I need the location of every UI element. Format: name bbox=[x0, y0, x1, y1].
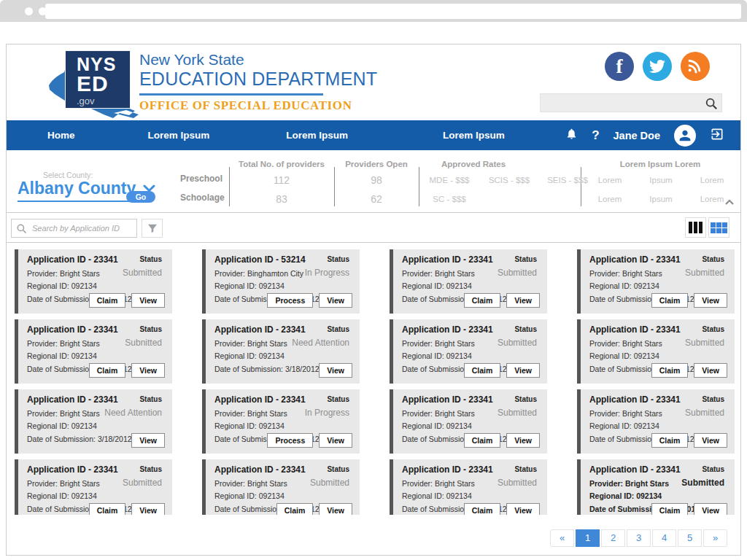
status-header: Status bbox=[702, 255, 724, 263]
status-value: Need Attention bbox=[292, 338, 349, 348]
card-buttons: ProcessView bbox=[267, 293, 352, 308]
claim-button[interactable]: Claim bbox=[464, 363, 501, 378]
site-search-input[interactable] bbox=[543, 94, 698, 112]
pagination-page-2[interactable]: 2 bbox=[601, 529, 625, 547]
claim-button[interactable]: Claim bbox=[464, 293, 501, 308]
status-value: Submitted bbox=[685, 268, 724, 278]
application-search bbox=[11, 219, 137, 238]
status-value: In Progress bbox=[305, 408, 349, 418]
application-search-input[interactable] bbox=[32, 219, 134, 237]
search-icon[interactable] bbox=[705, 97, 718, 113]
status-header: Status bbox=[702, 395, 724, 403]
status-value: Submitted bbox=[498, 268, 537, 278]
claim-button[interactable]: Claim bbox=[276, 503, 314, 515]
view-button[interactable]: View bbox=[506, 433, 540, 448]
card-buttons: ClaimView bbox=[464, 363, 540, 378]
filter-button[interactable] bbox=[142, 219, 163, 238]
regional-id: Regional ID: 092134 bbox=[589, 491, 727, 500]
view-button[interactable]: View bbox=[694, 433, 727, 448]
user-avatar[interactable] bbox=[674, 125, 696, 147]
rate-scis: SCIS - $$$ bbox=[479, 176, 539, 184]
window-button-icon[interactable] bbox=[25, 7, 33, 15]
pagination-next[interactable]: » bbox=[703, 529, 727, 547]
rss-icon[interactable] bbox=[681, 52, 710, 81]
claim-button[interactable]: Claim bbox=[651, 363, 689, 378]
total-providers-header: Total No. of providers bbox=[229, 160, 334, 168]
claim-button[interactable]: Claim bbox=[89, 503, 126, 515]
regional-id: Regional ID: 092134 bbox=[402, 281, 540, 290]
view-button[interactable]: View bbox=[131, 363, 165, 378]
process-button[interactable]: Process bbox=[267, 293, 313, 308]
view-button[interactable]: View bbox=[131, 433, 165, 448]
lorem-cell: Lorem bbox=[686, 176, 738, 184]
go-button[interactable]: Go bbox=[126, 191, 155, 203]
claim-button[interactable]: Claim bbox=[89, 293, 126, 308]
collapse-panel-chevron-up-icon[interactable] bbox=[724, 195, 735, 209]
pagination-page-3[interactable]: 3 bbox=[627, 529, 651, 547]
total-providers-schoolage: 83 bbox=[229, 193, 334, 205]
regional-id: Regional ID: 092134 bbox=[27, 491, 165, 500]
application-card: Application ID - 23341StatusProvider: Br… bbox=[15, 249, 172, 314]
grid-view-toggle[interactable] bbox=[708, 217, 729, 238]
logo-text: .gov bbox=[77, 96, 130, 106]
status-header: Status bbox=[514, 325, 537, 333]
regional-id: Regional ID: 092134 bbox=[27, 421, 165, 430]
claim-button[interactable]: Claim bbox=[651, 503, 689, 515]
pagination-page-4[interactable]: 4 bbox=[652, 529, 676, 547]
application-card: Application ID - 23341StatusProvider: Br… bbox=[577, 319, 735, 384]
stats-divider bbox=[581, 167, 581, 206]
pagination-page-5[interactable]: 5 bbox=[678, 529, 702, 547]
list-view-toggle[interactable] bbox=[685, 217, 706, 238]
view-button[interactable]: View bbox=[506, 293, 540, 308]
nysed-logo-square: NYS ED .gov bbox=[65, 50, 131, 109]
view-button[interactable]: View bbox=[131, 503, 165, 515]
pagination-page-1[interactable]: 1 bbox=[576, 529, 600, 547]
status-header: Status bbox=[327, 395, 349, 403]
claim-button[interactable]: Claim bbox=[651, 433, 689, 448]
regional-id: Regional ID: 092134 bbox=[589, 281, 727, 290]
view-button[interactable]: View bbox=[694, 363, 727, 378]
twitter-icon[interactable] bbox=[643, 52, 672, 81]
nav-item-home[interactable]: Home bbox=[47, 130, 75, 141]
regional-id: Regional ID: 092134 bbox=[214, 351, 352, 360]
view-button[interactable]: View bbox=[506, 363, 540, 378]
status-value: Submitted bbox=[498, 478, 537, 488]
pagination-prev[interactable]: « bbox=[550, 529, 574, 547]
claim-button[interactable]: Claim bbox=[89, 363, 126, 378]
view-button[interactable]: View bbox=[319, 363, 352, 378]
address-bar-input[interactable] bbox=[45, 4, 741, 19]
nav-item-lorem-2[interactable]: Lorem Ipsum bbox=[286, 130, 348, 141]
status-value: In Progress bbox=[305, 268, 349, 278]
card-buttons: ClaimView bbox=[464, 293, 540, 308]
rate-sc: SC - $$$ bbox=[420, 195, 479, 203]
claim-button[interactable]: Claim bbox=[464, 503, 501, 515]
application-card: Application ID - 23341StatusProvider: Br… bbox=[577, 249, 735, 314]
site-search bbox=[540, 93, 722, 112]
nav-item-lorem-1[interactable]: Lorem Ipsum bbox=[148, 130, 210, 141]
claim-button[interactable]: Claim bbox=[651, 293, 689, 308]
sign-out-icon[interactable] bbox=[710, 127, 724, 144]
claim-button[interactable]: Claim bbox=[464, 433, 501, 448]
view-button[interactable]: View bbox=[319, 433, 352, 448]
county-select-value[interactable]: Albany County bbox=[18, 179, 136, 198]
list-view-icon bbox=[689, 222, 703, 233]
pagination: «12345» bbox=[549, 529, 727, 547]
application-card: Application ID - 23341StatusProvider: Br… bbox=[390, 249, 547, 314]
nav-item-lorem-3[interactable]: Lorem Ipsum bbox=[443, 130, 505, 141]
applications-toolbar bbox=[7, 213, 740, 243]
status-header: Status bbox=[514, 465, 537, 473]
view-button[interactable]: View bbox=[319, 503, 352, 515]
view-button[interactable]: View bbox=[319, 293, 352, 308]
view-button[interactable]: View bbox=[694, 293, 727, 308]
regional-id: Regional ID: 092134 bbox=[402, 351, 540, 360]
status-value: Submitted bbox=[498, 408, 537, 418]
nav-items: HomeLorem IpsumLorem IpsumLorem Ipsum bbox=[7, 130, 505, 141]
view-button[interactable]: View bbox=[506, 503, 540, 515]
process-button[interactable]: Process bbox=[267, 433, 313, 448]
view-button[interactable]: View bbox=[694, 503, 727, 515]
facebook-icon[interactable]: f bbox=[605, 52, 634, 81]
help-icon[interactable]: ? bbox=[592, 128, 599, 143]
providers-open-header: Providers Open bbox=[334, 160, 419, 168]
view-button[interactable]: View bbox=[131, 293, 165, 308]
notifications-bell-icon[interactable] bbox=[565, 127, 578, 144]
